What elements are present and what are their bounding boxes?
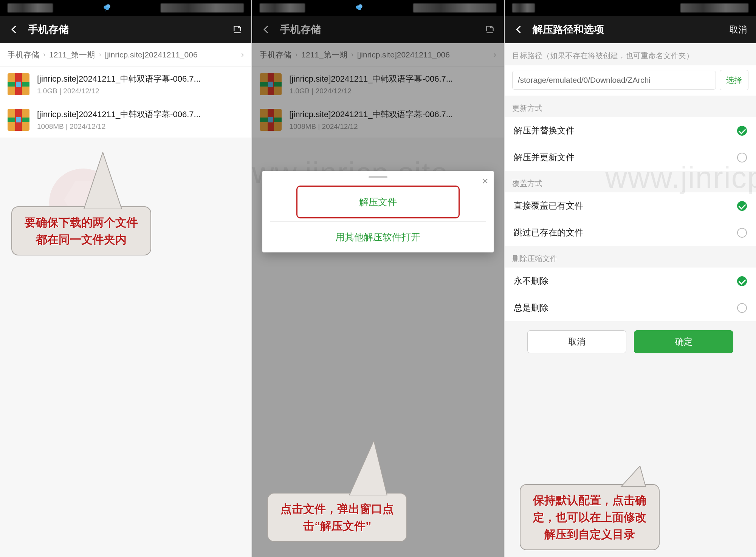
status-left-blur [260,3,305,12]
cancel-button[interactable]: 取消 [527,330,627,353]
section-update-mode: 更新方式 [505,96,756,117]
ok-button[interactable]: 确定 [634,330,733,353]
status-right-blur [413,3,496,12]
status-bar [252,0,503,16]
close-icon[interactable]: × [482,175,489,187]
screen-3: 解压路径和选项 取消 www.jinricp.site 目标路径（如果不存在将被… [505,0,756,557]
section-overwrite-mode: 覆盖方式 [505,171,756,192]
svg-marker-8 [621,466,646,487]
breadcrumb-item[interactable]: [jinricp.site]20241211_006 [105,50,197,59]
path-input[interactable]: /storage/emulated/0/Download/ZArchi [512,71,716,90]
back-icon[interactable] [261,24,272,35]
file-meta: 1.0GB | 2024/12/12 [37,87,244,95]
breadcrumb-item[interactable]: 1211_第一期 [49,50,95,60]
status-bar [505,0,756,16]
option-never-delete[interactable]: 永不删除 [505,268,756,294]
annotation-callout: 点击文件，弹出窗口点 击“解压文件” [267,493,407,542]
breadcrumb: 手机存储 › 1211_第一期 › [jinricp.site]20241211… [252,43,503,67]
radio-checked-icon [737,126,747,136]
header: 解压路径和选项 取消 [505,16,756,43]
button-row: 取消 确定 [505,321,756,362]
radio-icon [737,303,747,313]
archive-icon [8,73,29,95]
breadcrumb-item[interactable]: 手机存储 [8,50,39,60]
option-extract-update[interactable]: 解压并更新文件 [505,144,756,171]
page-title: 解压路径和选项 [533,23,721,36]
archive-icon [8,109,29,131]
chevron-right-icon: › [43,51,45,59]
radio-icon [737,153,747,162]
callout-tail [344,441,389,495]
breadcrumb: 手机存储 › 1211_第一期 › [jinricp.site]20241211… [0,43,251,67]
annotation-callout: 保持默认配置，点击确 定，也可以在上面修改 解压到自定义目录 [520,484,660,550]
file-list: [jinricp.site]20241211_中韩双语字幕-006.7... 1… [0,67,251,557]
drag-handle[interactable] [369,176,387,178]
back-icon[interactable] [9,24,20,35]
back-icon[interactable] [514,24,524,35]
status-right-blur [680,3,748,12]
svg-marker-3 [84,152,122,209]
file-name: [jinricp.site]20241211_中韩双语字幕-006.7... [289,73,496,85]
chevron-right-icon: › [99,51,101,59]
file-item[interactable]: [jinricp.site]20241211_中韩双语字幕-006.7... 1… [0,102,251,138]
chevron-right-icon: › [241,50,244,60]
file-meta: 1008MB | 2024/12/12 [37,122,244,131]
svg-marker-7 [349,441,387,495]
radio-checked-icon [737,201,747,211]
edit-icon[interactable] [232,25,242,34]
file-item[interactable]: [jinricp.site]20241211_中韩双语字幕-006.7...10… [252,102,503,138]
chevron-right-icon: › [295,51,297,59]
cloud-icon [102,3,112,13]
chevron-right-icon: › [493,50,496,60]
status-left-blur [512,3,535,12]
option-overwrite-direct[interactable]: 直接覆盖已有文件 [505,192,756,219]
file-meta: 1.0GB | 2024/12/12 [289,87,496,95]
open-with-other-option[interactable]: 用其他解压软件打开 [262,222,494,252]
file-item[interactable]: [jinricp.site]20241211_中韩双语字幕-006.7... 1… [0,67,251,102]
breadcrumb-item[interactable]: 1211_第一期 [301,50,347,60]
svg-point-2 [105,7,109,10]
radio-checked-icon [737,276,747,286]
extract-file-option[interactable]: 解压文件 [296,186,460,218]
archive-icon [260,109,282,131]
status-left-blur [8,3,53,12]
screen-1: 手机存储 手机存储 › 1211_第一期 › [jinricp.site]202… [0,0,251,557]
breadcrumb-item[interactable]: [jinricp.site]20241211_006 [357,50,450,59]
chevron-right-icon: › [351,51,353,59]
header: 手机存储 [0,16,251,43]
page-title: 手机存储 [28,23,224,36]
path-row: /storage/emulated/0/Download/ZArchi 选择 [505,65,756,96]
options-body: www.jinricp.site 目标路径（如果不存在将被创建，也可重命名文件夹… [505,43,756,557]
screen-2: 手机存储 手机存储 › 1211_第一期 › [jinricp.site]202… [252,0,503,557]
callout-tail [613,466,648,487]
file-name: [jinricp.site]20241211_中韩双语字幕-006.7... [289,109,496,120]
svg-point-6 [358,7,361,10]
status-bar [0,0,251,16]
header: 手机存储 [252,16,503,43]
option-always-delete[interactable]: 总是删除 [505,294,756,321]
file-meta: 1008MB | 2024/12/12 [289,122,496,131]
option-skip-existing[interactable]: 跳过已存在的文件 [505,219,756,246]
select-path-button[interactable]: 选择 [720,70,748,90]
section-delete-archive: 删除压缩文件 [505,246,756,268]
path-hint: 目标路径（如果不存在将被创建，也可重命名文件夹） [505,43,756,65]
file-item[interactable]: [jinricp.site]20241211_中韩双语字幕-006.7...1.… [252,67,503,102]
status-right-blur [161,3,244,12]
archive-icon [260,73,282,95]
breadcrumb-item[interactable]: 手机存储 [260,50,291,60]
file-info: [jinricp.site]20241211_中韩双语字幕-006.7... 1… [37,109,244,131]
option-extract-replace[interactable]: 解压并替换文件 [505,117,756,144]
cloud-icon [354,3,364,13]
callout-tail [80,152,125,209]
cancel-link[interactable]: 取消 [730,24,747,36]
radio-icon [737,228,747,238]
file-name: [jinricp.site]20241211_中韩双语字幕-006.7... [37,109,244,120]
action-popup: × 解压文件 用其他解压软件打开 [262,171,494,252]
file-name: [jinricp.site]20241211_中韩双语字幕-006.7... [37,73,244,85]
page-title: 手机存储 [280,23,476,36]
annotation-callout: 要确保下载的两个文件 都在同一文件夹内 [11,206,151,255]
file-info: [jinricp.site]20241211_中韩双语字幕-006.7... 1… [37,73,244,95]
edit-icon[interactable] [485,25,495,34]
